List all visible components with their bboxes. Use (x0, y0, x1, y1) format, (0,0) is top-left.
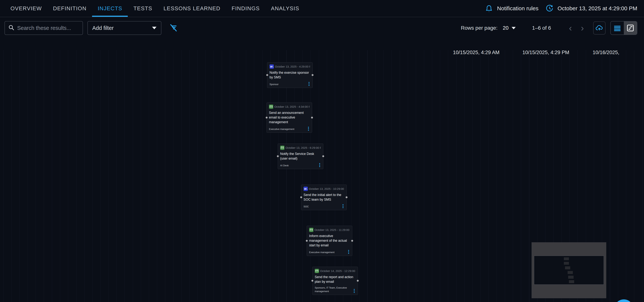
previous-page-icon[interactable]: ‹ (564, 23, 576, 32)
notification-rules-label[interactable]: Notification rules (497, 5, 538, 11)
chevron-down-icon (512, 27, 516, 29)
connector-dot-right[interactable] (312, 74, 314, 76)
kebab-menu-icon[interactable] (348, 250, 350, 254)
inject-title: Notify the exercise sponsor by SMS (270, 70, 310, 80)
timeline-canvas[interactable]: 10/15/2025, 4:29 AM10/15/2025, 4:29 PM10… (0, 38, 644, 302)
export-upload-button[interactable] (593, 21, 606, 34)
clear-filters-icon[interactable] (168, 23, 178, 33)
inject-timestamp: October 14, 2025 - 12:29:00 AM (320, 269, 356, 273)
toolbar-right: Rows per page: 20 1–6 of 6 ‹ › (461, 21, 637, 35)
inject-title: Inform executive management of the actua… (309, 234, 350, 248)
inject-title: Send the initial alert to the SOC team b… (304, 193, 344, 202)
kebab-menu-icon[interactable] (342, 204, 344, 209)
notification-bell-icon[interactable] (485, 4, 493, 12)
tab-analysis[interactable]: ANALYSIS (266, 0, 305, 17)
inject-card[interactable]: October 14, 2025 - 12:29:00 AMSend the r… (312, 267, 358, 295)
connector-dot-right[interactable] (351, 240, 353, 242)
add-filter-select[interactable]: Add filter (88, 21, 161, 35)
inject-teams: Executive management (269, 127, 296, 131)
timeline-date-header: 10/16/2025, (593, 50, 619, 55)
chevron-down-icon (152, 27, 156, 29)
view-toggle-group (610, 21, 637, 35)
connector-dot-left[interactable] (311, 280, 314, 282)
connector-dot-right[interactable] (322, 155, 324, 157)
email-inject-icon (309, 228, 314, 232)
rows-per-page-label: Rows per page: (461, 25, 498, 31)
inject-timestamp: October 13, 2025 - 6:29:00 PM (286, 146, 321, 149)
connector-dot-right[interactable] (346, 196, 348, 198)
minimap-node (569, 280, 574, 283)
email-inject-icon (280, 146, 284, 150)
current-datetime: October 13, 2025 at 4:29:00 PM (558, 5, 637, 11)
tab-injects[interactable]: INJECTS (92, 0, 128, 17)
minimap[interactable] (532, 242, 606, 298)
tab-overview[interactable]: OVERVIEW (5, 0, 48, 17)
sms-inject-icon: W (270, 64, 274, 69)
inject-card[interactable]: WOctober 13, 2025 - 10:29:00 PMSend the … (301, 185, 347, 210)
inject-card[interactable]: WOctober 13, 2025 - 4:29:00 PMNotify the… (267, 62, 313, 88)
connector-dot-right[interactable] (357, 280, 359, 282)
kebab-menu-icon[interactable] (308, 82, 310, 86)
connector-dot-right[interactable] (311, 116, 313, 118)
kebab-menu-icon[interactable] (318, 163, 321, 167)
inject-card[interactable]: October 13, 2025 - 11:29:00 PMInform exe… (307, 226, 352, 256)
email-inject-icon (315, 269, 319, 273)
tab-lessons-learned[interactable]: LESSONS LEARNED (158, 0, 226, 17)
inject-card[interactable]: October 13, 2025 - 4:34:00 PMSend an ann… (266, 102, 312, 133)
email-inject-icon (269, 104, 273, 109)
inject-teams: AI Desk (280, 164, 290, 167)
search-input[interactable] (17, 25, 79, 31)
inject-timestamp: October 13, 2025 - 11:29:00 PM (314, 228, 350, 232)
tab-findings[interactable]: FINDINGS (226, 0, 266, 17)
inject-timestamp: October 13, 2025 - 4:29:00 PM (275, 65, 310, 68)
minimap-node (564, 257, 569, 260)
inject-teams: Sponsors, IT Team, Executive management (315, 286, 353, 293)
pagination-range: 1–6 of 6 (532, 25, 551, 31)
sms-inject-icon: W (304, 187, 308, 191)
rows-per-page-value: 20 (503, 25, 508, 31)
timeline-date-header: 10/15/2025, 4:29 PM (522, 50, 569, 55)
tab-definition[interactable]: DEFINITION (48, 0, 92, 17)
list-view-toggle[interactable] (611, 21, 624, 34)
timeline-date-header: 10/15/2025, 4:29 AM (453, 50, 500, 55)
topbar-right: Notification rules October 13, 2025 at 4… (485, 4, 644, 12)
search-icon (8, 24, 14, 31)
connector-dot-left[interactable] (300, 196, 302, 198)
minimap-node (568, 276, 574, 279)
filter-toolbar: Add filter Rows per page: 20 1–6 of 6 ‹ … (0, 17, 644, 38)
inject-title: Notify the Service Desk (user email) (280, 152, 321, 161)
next-page-icon[interactable]: › (576, 23, 588, 32)
connector-dot-left[interactable] (277, 155, 279, 157)
inject-title: Send an announcement email to executive … (269, 110, 310, 124)
nav-tabs: OVERVIEWDEFINITIONINJECTSTESTSLESSONS LE… (5, 0, 305, 17)
inject-title: Send the report and action plan by email (315, 275, 356, 284)
minimap-node (564, 262, 569, 265)
timeline-view-toggle[interactable] (624, 21, 637, 34)
kebab-menu-icon[interactable] (353, 289, 356, 293)
search-box[interactable] (4, 21, 83, 35)
inject-card[interactable]: October 13, 2025 - 6:29:00 PMNotify the … (278, 144, 323, 169)
minimap-node (568, 271, 573, 274)
minimap-node (565, 266, 570, 269)
inject-teams: Executive management (309, 251, 336, 254)
tab-tests[interactable]: TESTS (128, 0, 158, 17)
inject-timestamp: October 13, 2025 - 10:29:00 PM (309, 187, 344, 190)
connector-dot-left[interactable] (266, 116, 268, 118)
connector-dot-left[interactable] (306, 240, 308, 242)
inject-teams: SOC (304, 205, 310, 209)
connector-dot-left[interactable] (266, 74, 268, 76)
top-navigation-bar: OVERVIEWDEFINITIONINJECTSTESTSLESSONS LE… (0, 0, 644, 17)
clock-update-icon[interactable] (546, 4, 554, 12)
rows-per-page-select[interactable]: 20 (503, 25, 516, 31)
inject-timestamp: October 13, 2025 - 4:34:00 PM (274, 105, 310, 108)
inject-teams: Sponsor (270, 82, 280, 86)
add-filter-label: Add filter (92, 25, 114, 31)
kebab-menu-icon[interactable] (307, 126, 310, 131)
